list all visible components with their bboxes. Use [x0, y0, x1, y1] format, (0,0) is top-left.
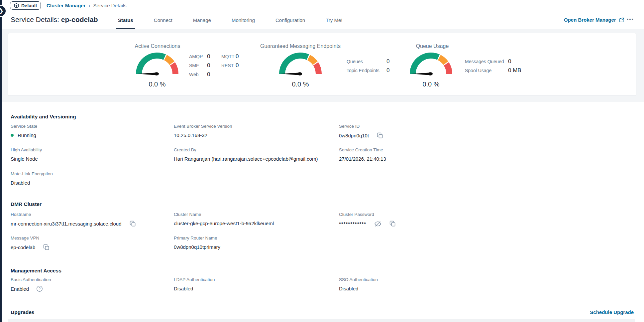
more-actions-button[interactable]: •••: [627, 16, 634, 22]
section-title-dmr-cluster: DMR Cluster: [11, 201, 42, 207]
gauge-stats-guaranteed-endpoints: Queues 0 Topic Endpoints 0: [347, 59, 400, 74]
status-dot-running: [11, 134, 14, 137]
field-creation-time: Service Creation Time 27/01/2026, 21:40:…: [339, 147, 495, 162]
copy-password-button[interactable]: [389, 220, 396, 227]
service-name: ep-codelab: [61, 16, 98, 23]
svg-text:?: ?: [39, 287, 41, 291]
stat-label: AMQP: [189, 54, 207, 60]
service-details-body: Availability and Versioning Service Stat…: [0, 102, 644, 322]
field-service-id: Service ID 0w8dpn0q10t: [339, 124, 495, 139]
stat-value: 0: [386, 68, 400, 74]
field-ldap-authentication: LDAP Authentication Disabled: [174, 277, 330, 292]
gauge-active-connections: [132, 49, 182, 77]
stat-label: Topic Endpoints: [347, 68, 386, 74]
gauge-stats-queue-usage: Messages Queued 0 Spool Usage 0 MB: [465, 59, 528, 74]
schedule-upgrade-link[interactable]: Schedule Upgrade: [590, 309, 634, 315]
gauge-percent-active-connections: 0.0 %: [132, 80, 182, 88]
gauges-band: Active Connections 0.0 % AMQP 0 MQTT 0 S…: [0, 29, 644, 102]
open-broker-manager-label: Open Broker Manager: [564, 17, 616, 23]
upgrades-table-header-strip: [8, 319, 635, 322]
stat-value: 0: [207, 63, 221, 69]
tab-connect[interactable]: Connect: [152, 16, 174, 29]
field-cluster-password: Cluster Password ************: [339, 212, 495, 227]
external-link-icon: [619, 17, 624, 23]
stat-value: 0: [386, 59, 400, 65]
tab-bar: Status Connect Manage Monitoring Configu…: [116, 16, 344, 29]
chevron-right-icon: ❯: [0, 8, 4, 14]
page-title-prefix: Service Details:: [11, 16, 59, 23]
field-created-by: Created By Hari Rangarajan (hari.rangara…: [174, 147, 360, 162]
field-sso-authentication: SSO Authentication Disabled: [339, 277, 495, 292]
status-badge: Running: [18, 132, 36, 138]
environment-name: Default: [21, 3, 37, 8]
copy-icon: [130, 220, 136, 227]
cube-icon: [14, 3, 19, 8]
copy-icon: [389, 220, 396, 227]
tab-manage[interactable]: Manage: [191, 16, 213, 29]
copy-icon: [377, 132, 383, 139]
stat-value: 0 MB: [508, 68, 528, 74]
stat-value: 0: [508, 59, 528, 65]
section-title-management-access: Management Access: [11, 268, 61, 274]
gauge-queue-usage: [406, 49, 456, 77]
stat-value: 0: [236, 54, 249, 60]
tab-configuration[interactable]: Configuration: [274, 16, 307, 29]
field-service-state: Service State Running: [11, 124, 167, 138]
stat-label: REST: [221, 63, 236, 69]
field-mate-link-encryption: Mate-Link Encryption Disabled: [11, 171, 167, 186]
environment-badge[interactable]: Default: [10, 1, 41, 10]
page-title: Service Details: ep-codelab: [11, 16, 98, 24]
gauge-guaranteed-endpoints: [275, 49, 325, 77]
eye-off-icon: [374, 221, 381, 227]
open-broker-manager-link[interactable]: Open Broker Manager: [564, 17, 624, 23]
stat-label: Queues: [347, 59, 386, 65]
field-hostname: Hostname mr-connection-xiru3i37tf1.messa…: [11, 212, 167, 227]
field-high-availability: High Availability Single Node: [11, 147, 167, 162]
help-icon: ?: [36, 285, 43, 292]
stat-value: 0: [207, 54, 221, 60]
field-cluster-name: Cluster Name cluster-gke-gcp-europe-west…: [174, 212, 330, 227]
masked-password: ************: [339, 221, 366, 227]
breadcrumb-cluster-manager[interactable]: Cluster Manager: [47, 3, 86, 8]
field-primary-router: Primary Router Name 0w8dpn0q10tprimary: [174, 236, 330, 250]
collapsed-sidebar: ❯: [0, 0, 2, 322]
gauge-percent-guaranteed-endpoints: 0.0 %: [275, 80, 325, 88]
stat-label: MQTT: [221, 54, 236, 60]
gauge-percent-queue-usage: 0.0 %: [406, 80, 456, 88]
basic-auth-help-button[interactable]: ?: [36, 285, 43, 292]
tab-monitoring[interactable]: Monitoring: [230, 16, 257, 29]
stat-value: 0: [236, 63, 249, 69]
gauges-card: Active Connections 0.0 % AMQP 0 MQTT 0 S…: [8, 33, 636, 96]
stat-label: Spool Usage: [465, 68, 508, 74]
tab-status[interactable]: Status: [116, 16, 135, 29]
stat-label: SMF: [189, 63, 207, 69]
breadcrumb-separator: ›: [89, 3, 90, 8]
breadcrumb-current: Service Details: [93, 3, 127, 8]
section-title-upgrades: Upgrades: [11, 309, 35, 315]
tab-try-me[interactable]: Try Me!: [324, 16, 344, 29]
section-title-availability: Availability and Versioning: [11, 114, 76, 120]
copy-service-id-button[interactable]: [377, 132, 383, 139]
page-header: Default Cluster Manager › Service Detail…: [0, 0, 644, 29]
gauge-stats-active-connections: AMQP 0 MQTT 0 SMF 0 REST 0 Web 0: [189, 54, 249, 78]
copy-hostname-button[interactable]: [130, 220, 136, 227]
reveal-password-button[interactable]: [374, 221, 381, 227]
stat-label: Messages Queued: [465, 59, 508, 65]
stat-value: 0: [207, 72, 221, 78]
field-broker-version: Event Broker Service Version 10.25.0.168…: [174, 124, 330, 138]
field-basic-authentication: Basic Authentication Enabled ?: [11, 277, 167, 292]
copy-icon: [43, 244, 50, 251]
stat-label: Web: [189, 72, 207, 78]
copy-message-vpn-button[interactable]: [43, 244, 50, 251]
breadcrumb: Cluster Manager › Service Details: [47, 3, 127, 8]
field-message-vpn: Message VPN ep-codelab: [11, 236, 167, 251]
